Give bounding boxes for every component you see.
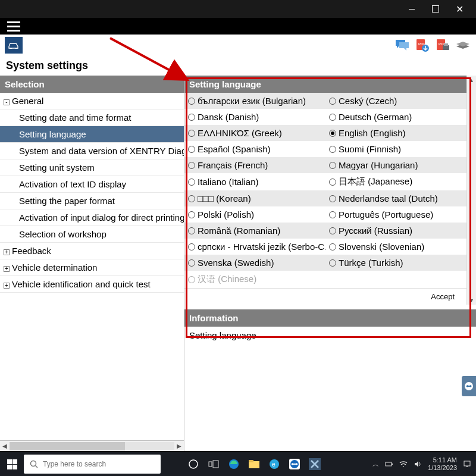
language-option[interactable]: српски - Hrvatski jezik (Serbo-C... [184,239,325,255]
language-option[interactable]: Nederlandse taal (Dutch) [325,190,466,206]
tree-item[interactable]: Activation of input dialog for direct pr… [0,209,184,226]
language-option[interactable]: Italiano (Italian) [184,173,325,190]
taskbar: Type here to search e ︿ 5:11 AM 1/13/202… [0,452,476,476]
radio-icon[interactable] [188,162,195,169]
language-option[interactable]: 汉语 (Chinese) [184,271,325,288]
tree-node-vehicle-identification[interactable]: +Vehicle identification and quick test [0,276,184,293]
taskbar-clock[interactable]: 5:11 AM 1/13/2023 [428,456,457,472]
pdf-print-icon[interactable]: PDF [434,37,451,54]
teamviewer-side-badge-icon[interactable] [462,376,476,396]
language-option[interactable]: Dansk (Danish) [184,109,325,125]
language-option[interactable]: Suomi (Finnish) [325,141,466,157]
scroll-down-icon[interactable]: ▾ [469,296,474,305]
radio-icon[interactable] [188,98,195,105]
start-button[interactable] [0,452,24,476]
accept-button[interactable]: Accept [421,290,464,303]
toolbar: PDF PDF [0,35,476,56]
expand-icon[interactable]: + [4,249,10,255]
tree-item[interactable]: Setting date and time format [0,109,184,126]
chat-icon[interactable] [394,37,411,54]
radio-icon[interactable] [188,227,195,234]
language-option[interactable]: Ceský (Czech) [325,93,466,109]
language-option[interactable]: Română (Romanian) [184,223,325,239]
taskbar-explorer-icon[interactable] [245,455,263,473]
radio-icon[interactable] [329,146,336,153]
book-stack-icon[interactable] [455,37,471,54]
radio-icon[interactable] [329,259,336,267]
radio-icon[interactable] [329,98,336,105]
collapse-icon[interactable]: - [4,99,10,105]
language-option[interactable]: Português (Portuguese) [325,206,466,223]
main-v-scrollbar[interactable]: ▴ ▾ [466,76,476,305]
language-option[interactable]: Magyar (Hungarian) [325,157,466,173]
radio-icon[interactable] [329,114,336,121]
radio-icon[interactable] [329,162,336,169]
tree-item[interactable]: Setting the paper format [0,193,184,209]
window-close-button[interactable]: ✕ [447,0,471,18]
taskbar-cortana-icon[interactable] [184,455,202,473]
language-option[interactable]: Türkçe (Turkish) [325,255,466,271]
hamburger-menu-icon[interactable] [7,21,20,32]
language-option[interactable]: English (English) [325,125,466,141]
expand-icon[interactable]: + [4,266,10,272]
taskbar-search-input[interactable]: Type here to search [24,455,161,474]
tree-item-selected[interactable]: Setting language [0,126,184,143]
radio-icon[interactable] [329,130,336,137]
language-option[interactable]: Français (French) [184,157,325,173]
tree-item[interactable]: Selection of workshop [0,226,184,243]
radio-icon[interactable] [329,195,336,202]
tree-node-feedback[interactable]: +Feedback [0,243,184,259]
tray-wifi-icon[interactable] [399,460,408,468]
expand-icon[interactable]: + [4,283,10,289]
language-option[interactable]: Русский (Russian) [325,223,466,239]
tree-item[interactable]: Activation of text ID display [0,176,184,193]
radio-icon[interactable] [188,178,195,186]
radio-icon[interactable] [188,195,195,202]
tree-node-general[interactable]: -General [0,93,184,109]
tray-battery-icon[interactable] [385,460,393,468]
tray-chevron-icon[interactable]: ︿ [372,460,379,469]
language-option[interactable]: български език (Bulgarian) [184,93,325,109]
radio-icon[interactable] [188,130,195,137]
taskbar-edge-icon[interactable] [225,455,243,473]
window-maximize-button[interactable] [424,0,447,18]
radio-icon[interactable] [329,178,336,186]
tree-item[interactable]: Setting unit system [0,159,184,176]
windows-logo-icon [7,459,17,469]
language-option[interactable]: ΕΛΛΗΝΙΚΌΣ (Greek) [184,125,325,141]
taskbar-teamviewer-icon[interactable] [286,455,303,473]
radio-icon[interactable] [329,211,336,218]
pdf-arrow-icon[interactable]: PDF [414,37,431,54]
language-option[interactable]: □□□ (Korean) [184,190,325,206]
svg-text:e: e [272,461,275,468]
tray-notifications-icon[interactable] [463,460,471,468]
taskbar-xentry-icon[interactable] [306,455,324,473]
language-option[interactable]: 日本語 (Japanese) [325,173,466,190]
language-option[interactable]: Español (Spanish) [184,141,325,157]
radio-icon[interactable] [188,243,195,250]
scroll-left-icon[interactable]: ◀ [0,443,10,449]
scroll-up-icon[interactable]: ▴ [469,76,474,84]
window-minimize-button[interactable] [400,0,424,18]
svg-rect-24 [464,461,470,466]
tray-volume-icon[interactable] [414,460,422,468]
taskbar-taskview-icon[interactable] [205,455,223,473]
language-option[interactable]: Svenska (Swedish) [184,255,325,271]
tree-item[interactable]: System and data version of XENTRY Diagno… [0,143,184,159]
taskbar-ie-icon[interactable]: e [265,455,283,473]
language-option[interactable]: Slovenski (Slovenian) [325,239,466,255]
radio-icon[interactable] [188,211,195,218]
radio-icon[interactable] [188,259,195,267]
radio-icon[interactable] [188,114,195,121]
radio-icon[interactable] [188,146,195,153]
vehicle-logo-icon[interactable] [5,37,23,54]
radio-icon[interactable] [329,243,336,250]
radio-icon[interactable] [329,227,336,234]
radio-icon[interactable] [188,276,195,283]
sidebar-header: Selection [0,76,184,93]
tree-node-vehicle-determination[interactable]: +Vehicle determination [0,259,184,276]
language-option[interactable]: Polski (Polish) [184,206,325,223]
scroll-right-icon[interactable]: ▶ [174,443,184,449]
sidebar-h-scrollbar[interactable]: ◀ ▶ [0,440,184,451]
language-option[interactable]: Deutsch (German) [325,109,466,125]
